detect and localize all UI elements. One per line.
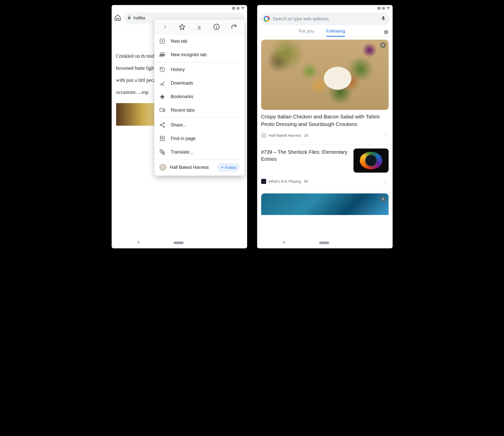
menu-item-label: Downloads bbox=[171, 81, 193, 86]
card-divider bbox=[257, 144, 393, 144]
nav-back-icon[interactable] bbox=[136, 240, 141, 246]
translate-icon bbox=[159, 149, 165, 155]
mic-icon[interactable] bbox=[381, 16, 386, 22]
plus-box-icon bbox=[159, 38, 165, 44]
menu-item-label: Bookmarks bbox=[171, 94, 193, 99]
card-thumbnail bbox=[353, 149, 389, 173]
info-icon[interactable] bbox=[213, 24, 220, 30]
gear-icon[interactable] bbox=[383, 29, 389, 36]
status-triangle-icon bbox=[241, 7, 245, 10]
incognito-icon bbox=[159, 52, 165, 58]
status-circle-icon bbox=[382, 7, 385, 10]
refresh-icon[interactable] bbox=[231, 24, 237, 30]
star-icon[interactable] bbox=[179, 24, 185, 30]
find-icon bbox=[159, 135, 165, 141]
status-triangle-icon bbox=[387, 7, 390, 10]
google-logo-icon bbox=[264, 16, 270, 22]
card-source: Half Baked Harvest · 2h bbox=[269, 133, 308, 137]
card-title: #739 – The Sherlock Files: Elementary En… bbox=[261, 149, 350, 163]
feed-tabs: For you Following bbox=[257, 26, 393, 37]
card-overflow-icon[interactable]: ⋯ bbox=[382, 132, 389, 138]
tab-for-you[interactable]: For you bbox=[299, 29, 314, 36]
devices-icon bbox=[159, 107, 165, 113]
menu-divider bbox=[154, 117, 245, 118]
menu-recent-tabs[interactable]: Recent tabs bbox=[154, 103, 245, 117]
menu-incognito[interactable]: New incognito tab bbox=[154, 48, 245, 61]
card-meta: What's Eric Playing · 5h ⋯ bbox=[261, 178, 389, 185]
feed-card-1[interactable]: Crispy Italian Chicken and Bacon Salad w… bbox=[261, 40, 389, 139]
menu-item-label: Recent tabs bbox=[171, 108, 195, 113]
menu-item-label: Find in page bbox=[171, 136, 196, 141]
menu-new-tab[interactable]: New tab bbox=[154, 34, 245, 48]
history-icon bbox=[159, 66, 165, 72]
share-icon bbox=[159, 122, 165, 128]
status-bar bbox=[112, 5, 247, 11]
feed-container[interactable]: Crispy Italian Chicken and Bacon Salad w… bbox=[257, 37, 393, 237]
menu-share[interactable]: Share... bbox=[154, 118, 245, 132]
tab-following[interactable]: Following bbox=[326, 29, 345, 36]
left-phone-frame: halfba — HALF HAR Crinkled on th middle,… bbox=[112, 5, 247, 248]
system-navbar bbox=[257, 237, 393, 248]
search-placeholder: Search or type web address bbox=[273, 16, 378, 22]
menu-translate[interactable]: Translate... bbox=[154, 145, 245, 159]
menu-downloads[interactable]: Downloads bbox=[154, 76, 245, 90]
svg-rect-3 bbox=[164, 109, 165, 112]
system-navbar bbox=[112, 237, 247, 248]
home-icon[interactable] bbox=[114, 14, 121, 22]
card-meta: Half Baked Harvest · 2h ⋯ bbox=[261, 132, 389, 139]
menu-history[interactable]: History bbox=[154, 63, 245, 76]
status-bar bbox=[257, 5, 393, 11]
search-bar[interactable]: Search or type web address bbox=[260, 13, 390, 25]
amp-badge-icon bbox=[380, 196, 386, 202]
status-square-icon bbox=[232, 7, 235, 10]
url-text: halfba bbox=[134, 16, 145, 21]
plus-icon: + bbox=[221, 165, 224, 170]
site-avatar-icon bbox=[159, 164, 166, 171]
card-divider bbox=[257, 189, 393, 189]
forward-icon[interactable] bbox=[162, 24, 168, 30]
source-favicon-icon bbox=[261, 133, 266, 138]
feed-card-3-image[interactable] bbox=[261, 193, 389, 215]
nav-home-pill[interactable] bbox=[319, 242, 329, 244]
overflow-menu: New tab New incognito tab History Downlo… bbox=[154, 20, 245, 176]
follow-label: Follow bbox=[225, 165, 236, 170]
lock-icon bbox=[127, 16, 131, 21]
menu-item-label: History bbox=[171, 67, 185, 72]
menu-follow-footer: Half Baked Harvest + Follow bbox=[154, 160, 245, 176]
menu-item-label: Share... bbox=[171, 122, 187, 128]
svg-rect-7 bbox=[160, 136, 164, 141]
menu-item-label: New incognito tab bbox=[171, 52, 207, 57]
menu-list: New tab New incognito tab History Downlo… bbox=[154, 34, 245, 176]
menu-find[interactable]: Find in page bbox=[154, 132, 245, 145]
status-square-icon bbox=[378, 7, 381, 10]
card-source: What's Eric Playing · 5h bbox=[269, 179, 308, 183]
nav-back-icon[interactable] bbox=[282, 240, 286, 246]
card-overflow-icon[interactable]: ⋯ bbox=[382, 178, 389, 184]
menu-divider bbox=[154, 159, 245, 160]
card-image bbox=[261, 40, 389, 110]
menu-bookmarks[interactable]: Bookmarks bbox=[154, 90, 245, 103]
amp-badge-icon bbox=[380, 42, 386, 48]
status-circle-icon bbox=[237, 7, 240, 10]
menu-divider bbox=[154, 62, 245, 62]
download-check-icon bbox=[159, 80, 165, 86]
right-phone-frame: Search or type web address For you Follo… bbox=[257, 5, 393, 248]
menu-icon-row bbox=[154, 20, 245, 34]
site-name-label: Half Baked Harvest bbox=[170, 165, 214, 170]
feed-card-2[interactable]: #739 – The Sherlock Files: Elementary En… bbox=[261, 149, 389, 173]
menu-item-label: New tab bbox=[171, 39, 187, 44]
download-icon[interactable] bbox=[196, 24, 202, 30]
card-title: Crispy Italian Chicken and Bacon Salad w… bbox=[261, 113, 389, 128]
svg-rect-2 bbox=[160, 108, 163, 111]
star-filled-icon bbox=[159, 94, 165, 100]
source-favicon-icon bbox=[261, 179, 266, 184]
follow-button[interactable]: + Follow bbox=[218, 163, 240, 172]
menu-item-label: Translate... bbox=[171, 150, 193, 155]
nav-home-pill[interactable] bbox=[174, 242, 184, 244]
